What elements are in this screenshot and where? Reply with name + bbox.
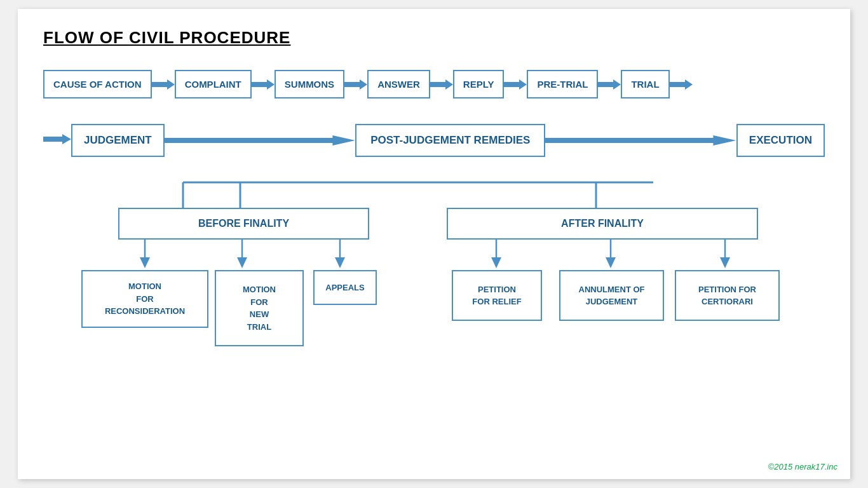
svg-marker-11 (714, 135, 736, 146)
top-flow-row: CAUSE OF ACTION COMPLAINT SUMMONS ANSWER… (43, 70, 825, 98)
svg-marker-5 (598, 79, 621, 90)
entry-arrow (43, 132, 71, 149)
petition-relief-box: PETITIONFOR RELIEF (452, 270, 542, 321)
annulment-label: ANNULMENT OFJUDGEMENT (559, 270, 664, 321)
flow-box-complaint: COMPLAINT (175, 70, 252, 98)
svg-rect-10 (545, 138, 722, 143)
before-finality-box: BEFORE FINALITY (118, 208, 369, 240)
appeals-box: APPEALS (313, 270, 377, 305)
svg-marker-7 (43, 134, 71, 144)
motion-reconsideration-box: MOTIONFORRECONSIDERATION (81, 270, 208, 328)
wide-arrow-1 (165, 133, 355, 148)
flow-box-summons: SUMMONS (275, 70, 344, 98)
petition-certiorari-label: PETITION FORCERTIORARI (675, 270, 780, 321)
flow-box-reply: REPLY (453, 70, 505, 98)
copyright: ©2015 nerak17.inc (768, 462, 837, 471)
svg-rect-8 (165, 138, 342, 143)
after-finality-label: AFTER FINALITY (447, 208, 758, 240)
arrow-7 (670, 77, 693, 92)
second-flow-row: JUDGEMENT POST-JUDGEMENT REMEDIES EXECUT… (43, 124, 825, 157)
flow-box-post-judgement: POST-JUDGEMENT REMEDIES (355, 124, 545, 157)
svg-marker-2 (344, 79, 367, 90)
arrow-1 (152, 77, 175, 92)
wide-arrow-2 (545, 133, 736, 148)
motion-reconsideration-label: MOTIONFORRECONSIDERATION (81, 270, 208, 328)
svg-marker-17 (140, 257, 150, 268)
arrow-6 (598, 77, 621, 92)
flow-box-trial: TRIAL (621, 70, 669, 98)
motion-new-trial-label: MOTIONFORNEWTRIAL (215, 270, 304, 346)
svg-marker-4 (504, 79, 527, 90)
flow-box-judgement: JUDGEMENT (71, 124, 165, 157)
flow-box-pretrial: PRE-TRIAL (527, 70, 598, 98)
flow-box-execution: EXECUTION (736, 124, 825, 157)
before-finality-label: BEFORE FINALITY (118, 208, 369, 240)
svg-marker-27 (720, 257, 730, 268)
arrow-4 (430, 77, 453, 92)
annulment-box: ANNULMENT OFJUDGEMENT (559, 270, 664, 321)
svg-marker-25 (606, 257, 616, 268)
arrow-5 (504, 77, 527, 92)
petition-certiorari-box: PETITION FORCERTIORARI (675, 270, 780, 321)
flow-box-answer: ANSWER (367, 70, 430, 98)
arrow-3 (344, 77, 367, 92)
svg-marker-9 (332, 135, 355, 146)
svg-marker-3 (430, 79, 453, 90)
svg-marker-23 (491, 257, 501, 268)
svg-marker-0 (152, 79, 175, 90)
after-finality-box: AFTER FINALITY (447, 208, 758, 240)
slide: FLOW OF CIVIL PROCEDURE CAUSE OF ACTION … (18, 9, 850, 479)
page-title: FLOW OF CIVIL PROCEDURE (43, 28, 825, 48)
svg-marker-21 (335, 257, 345, 268)
petition-relief-label: PETITIONFOR RELIEF (452, 270, 542, 321)
svg-marker-6 (670, 79, 693, 90)
svg-marker-19 (237, 257, 247, 268)
svg-marker-1 (252, 79, 275, 90)
appeals-label: APPEALS (313, 270, 377, 305)
tree-section: BEFORE FINALITY AFTER FINALITY MOTIONFOR… (43, 163, 825, 405)
motion-new-trial-box: MOTIONFORNEWTRIAL (215, 270, 304, 346)
flow-box-cause-of-action: CAUSE OF ACTION (43, 70, 152, 98)
arrow-2 (252, 77, 275, 92)
